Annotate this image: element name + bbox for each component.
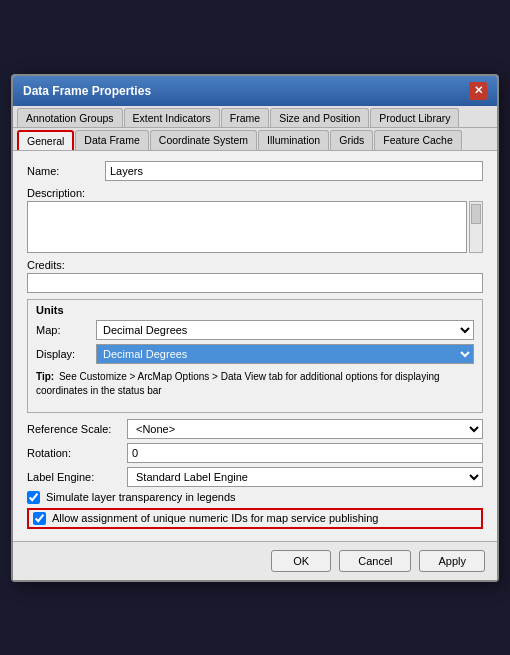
scrollbar-thumb: [471, 204, 481, 224]
label-engine-row: Label Engine: Standard Label Engine: [27, 467, 483, 487]
reference-scale-select[interactable]: <None>: [127, 419, 483, 439]
allow-assignment-label: Allow assignment of unique numeric IDs f…: [52, 512, 379, 524]
tab-annotation-groups[interactable]: Annotation Groups: [17, 108, 123, 127]
apply-button[interactable]: Apply: [419, 550, 485, 572]
simulate-transparency-label: Simulate layer transparency in legends: [46, 491, 236, 503]
bottom-buttons: OK Cancel Apply: [13, 541, 497, 580]
tab-extent-indicators[interactable]: Extent Indicators: [124, 108, 220, 127]
tab-coordinate-system[interactable]: Coordinate System: [150, 130, 257, 150]
ok-button[interactable]: OK: [271, 550, 331, 572]
label-engine-label: Label Engine:: [27, 471, 127, 483]
description-wrapper: [27, 201, 483, 253]
label-engine-select[interactable]: Standard Label Engine: [127, 467, 483, 487]
simulate-transparency-row: Simulate layer transparency in legends: [27, 491, 483, 504]
dialog-title: Data Frame Properties: [23, 84, 151, 98]
tip-box: Tip: See Customize > ArcMap Options > Da…: [36, 368, 474, 400]
name-input[interactable]: [105, 161, 483, 181]
tab-data-frame[interactable]: Data Frame: [75, 130, 148, 150]
cancel-button[interactable]: Cancel: [339, 550, 411, 572]
description-row: Description:: [27, 187, 483, 253]
description-label: Description:: [27, 187, 483, 199]
reference-scale-row: Reference Scale: <None>: [27, 419, 483, 439]
tab-size-and-position[interactable]: Size and Position: [270, 108, 369, 127]
units-group: Units Map: Decimal Degrees Display: Deci…: [27, 299, 483, 413]
title-bar: Data Frame Properties ✕: [13, 76, 497, 106]
tab-product-library[interactable]: Product Library: [370, 108, 459, 127]
units-group-label: Units: [36, 304, 474, 316]
dialog: Data Frame Properties ✕ Annotation Group…: [11, 74, 499, 582]
close-button[interactable]: ✕: [469, 82, 487, 100]
description-textarea[interactable]: [27, 201, 467, 253]
main-content: Name: Description: Credits: Units Map:: [13, 151, 497, 541]
tip-label: Tip:: [36, 371, 54, 382]
display-select[interactable]: Decimal Degrees: [96, 344, 474, 364]
rotation-input[interactable]: [127, 443, 483, 463]
reference-scale-label: Reference Scale:: [27, 423, 127, 435]
name-label: Name:: [27, 165, 105, 177]
simulate-transparency-checkbox[interactable]: [27, 491, 40, 504]
desc-scrollbar: [469, 201, 483, 253]
tab-general[interactable]: General: [17, 130, 74, 150]
tab-illumination[interactable]: Illumination: [258, 130, 329, 150]
map-select[interactable]: Decimal Degrees: [96, 320, 474, 340]
display-label: Display:: [36, 348, 96, 360]
tab-feature-cache[interactable]: Feature Cache: [374, 130, 461, 150]
map-units-row: Map: Decimal Degrees: [36, 320, 474, 340]
tab-grids[interactable]: Grids: [330, 130, 373, 150]
credits-label: Credits:: [27, 259, 483, 271]
tabs-row2: General Data Frame Coordinate System Ill…: [13, 128, 497, 151]
allow-assignment-checkbox[interactable]: [33, 512, 46, 525]
allow-assignment-row: Allow assignment of unique numeric IDs f…: [27, 508, 483, 529]
name-row: Name:: [27, 161, 483, 181]
tab-frame[interactable]: Frame: [221, 108, 269, 127]
rotation-row: Rotation:: [27, 443, 483, 463]
tip-text: See Customize > ArcMap Options > Data Vi…: [36, 371, 440, 396]
map-label: Map:: [36, 324, 96, 336]
credits-row: Credits:: [27, 259, 483, 293]
rotation-label: Rotation:: [27, 447, 127, 459]
display-units-row: Display: Decimal Degrees: [36, 344, 474, 364]
credits-input[interactable]: [27, 273, 483, 293]
tabs-row1: Annotation Groups Extent Indicators Fram…: [13, 106, 497, 128]
